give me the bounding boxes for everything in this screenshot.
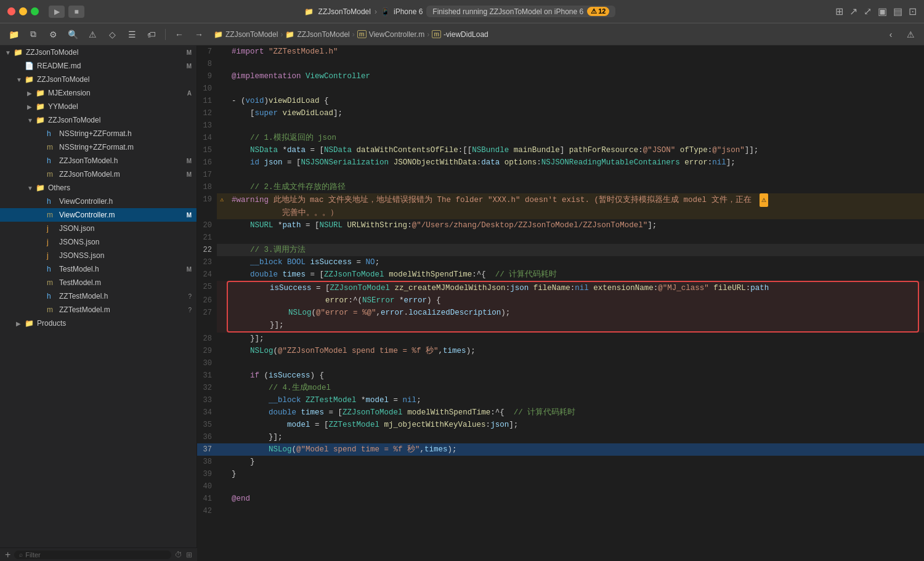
warning-badge[interactable]: ⚠12 (587, 7, 609, 16)
breadcrumb-file: ViewController.m (369, 30, 424, 39)
run-button[interactable]: ▶ (49, 6, 65, 18)
title-bar: ▶ ■ 📁 ZZJsonToModel › 📱 iPhone 6 Finishe… (0, 0, 924, 23)
code-line-27: 27 NSLog(@"error = %@",error.localizedDe… (197, 307, 924, 319)
sidebar-item-products[interactable]: ▶ 📁 Products (0, 317, 197, 330)
sidebar-item-vc-m[interactable]: ▶ m ViewController.m M (0, 208, 197, 222)
h-file-icon-2: h (47, 156, 57, 165)
json-file-icon-3: j (47, 251, 57, 260)
json-file-icon-1: j (47, 224, 57, 233)
jump-icon[interactable]: ⤢ (864, 6, 872, 17)
warn-button[interactable]: ⚠ (84, 27, 101, 42)
code-line-35: 35 model = [ZZTestModel mj_objectWithKey… (197, 419, 924, 431)
code-line-38: 38 } (197, 456, 924, 468)
bookmark-button[interactable]: ◇ (103, 27, 121, 42)
code-line-37: 37 NSLog(@"Model spend time = %f 秒",time… (197, 443, 924, 456)
code-line-41: 41 @end (197, 493, 924, 505)
mj-folder-icon: 📁 (36, 89, 46, 97)
m-file-icon-4: m (47, 278, 57, 287)
sidebar-label-zztestmodel-h: ZZTestModel.h (59, 292, 108, 301)
sidebar-item-vc-h[interactable]: ▶ h ViewController.h (0, 195, 197, 208)
code-line-34: 34 double times = [ZZJsonToModel modelWi… (197, 406, 924, 419)
filter-input-area[interactable]: ⌕ Filter (14, 551, 171, 559)
warning-gutter-icon: ⚠ (220, 194, 224, 206)
code-line-22: 22 // 3.调用方法 (197, 244, 924, 256)
code-line-12: 12 [super viewDidLoad]; (197, 107, 924, 119)
code-line-27b: }]; (197, 319, 924, 333)
code-line-15: 15 NSData *data = [NSData dataWithConten… (197, 144, 924, 156)
panel-icon[interactable]: ⊞ (835, 6, 843, 17)
m-file-icon-5: m (47, 305, 57, 314)
title-bar-right: ⊞ ↗ ⤢ ▣ ▤ ⊡ (835, 6, 917, 17)
sidebar-item-mjextension[interactable]: ▶ 📁 MJExtension A (0, 86, 197, 100)
others-folder-icon: 📁 (36, 184, 46, 192)
code-editor[interactable]: 7 #import "ZZTestModel.h" 8 9 @implement… (197, 46, 924, 561)
h-file-icon-4: h (47, 265, 57, 273)
folder-icon: 📁 (25, 75, 34, 84)
minimize-button[interactable] (19, 7, 27, 15)
view-icon[interactable]: ▣ (878, 6, 887, 17)
sidebar-item-others[interactable]: ▼ 📁 Others (0, 181, 197, 195)
title-bar-center: 📁 ZZJsonToModel › 📱 iPhone 6 Finished ru… (89, 6, 830, 17)
sidebar-item-nsstring-h[interactable]: ▶ h NSString+ZZFormat.h (0, 127, 197, 140)
m-file-icon-3: m (47, 211, 57, 219)
sidebar-clock-icon[interactable]: ⏱ (175, 551, 182, 559)
h-file-icon-1: h (47, 129, 57, 138)
code-line-26: 26 error:^(NSError *error) { (197, 294, 924, 307)
sidebar-item-testmodel-h[interactable]: ▶ h TestModel.h M (0, 262, 197, 276)
back-button[interactable]: ← (171, 27, 188, 42)
sidebar-item-nsstring-m[interactable]: ▶ m NSString+ZZFormat.m (0, 140, 197, 154)
code-line-16: 16 id json = [NSJSONSerialization JSONOb… (197, 156, 924, 169)
sidebar-item-zzjson-sub[interactable]: ▼ 📁 ZZJsonToModel (0, 113, 197, 127)
sidebar-item-jsons[interactable]: ▶ j JSONS.json (0, 235, 197, 249)
sidebar-item-yymodel[interactable]: ▶ 📁 YYModel (0, 100, 197, 113)
code-line-10: 10 (197, 83, 924, 95)
split-icon[interactable]: ▤ (893, 6, 902, 17)
sidebar-bottom: + ⌕ Filter ⏱ ⊞ (0, 547, 197, 561)
sidebar-label-mjextension: MJExtension (48, 89, 91, 97)
code-line-42: 42 (197, 505, 924, 517)
forward-button[interactable]: → (190, 27, 208, 42)
sidebar-item-zzjson-h[interactable]: ▶ h ZZJsonToModel.h M (0, 154, 197, 167)
sidebar-label-jsons: JSONS.json (59, 238, 99, 246)
sidebar-grid-icon[interactable]: ⊞ (186, 551, 192, 559)
sidebar-item-jsonss[interactable]: ▶ j JSONSS.json (0, 249, 197, 262)
close-button[interactable] (7, 7, 15, 15)
maximize-button[interactable] (31, 7, 39, 15)
products-folder-icon: 📁 (25, 319, 34, 328)
sidebar-item-zzjson-m[interactable]: ▶ m ZZJsonToModel.m M (0, 167, 197, 181)
expand-icon[interactable]: ⊡ (909, 6, 917, 17)
m-file-icon-2: m (47, 170, 57, 179)
folder-button[interactable]: 📁 (5, 27, 22, 42)
list-button[interactable]: ☰ (123, 27, 140, 42)
stop-button[interactable]: ■ (68, 6, 84, 18)
code-line-13: 13 (197, 119, 924, 132)
code-line-20: 20 NSURL *path = [NSURL URLWithString:@"… (197, 219, 924, 232)
code-line-11: 11 - (void)viewDidLoad { (197, 95, 924, 107)
code-line-17: 17 (197, 169, 924, 181)
sidebar-item-json[interactable]: ▶ j JSON.json (0, 222, 197, 235)
sidebar-label-zzjson-m: ZZJsonToModel.m (59, 170, 120, 179)
nav-icon[interactable]: ↗ (849, 6, 857, 17)
search-button[interactable]: 🔍 (64, 27, 81, 42)
code-line-18: 18 // 2.生成文件存放的路径 (197, 181, 924, 193)
arrow-zzjsonsub: ▼ (27, 117, 36, 124)
sidebar-item-zztestmodel-h[interactable]: ▶ h ZZTestModel.h ? (0, 289, 197, 303)
sidebar-label-vc-h: ViewController.h (59, 197, 113, 206)
sidebar-item-testmodel-m[interactable]: ▶ m TestModel.m (0, 276, 197, 289)
h-file-icon-3: h (47, 197, 57, 206)
add-button[interactable]: + (5, 549, 10, 560)
tag-button[interactable]: 🏷 (143, 27, 160, 42)
badge-root: M (187, 49, 192, 56)
settings-button[interactable]: ⚙ (44, 27, 62, 42)
sidebar-item-root[interactable]: ▼ 📁 ZZJsonToModel M (0, 46, 197, 59)
breadcrumb-next[interactable]: ⚠ (902, 27, 919, 42)
h-file-icon-5: h (47, 292, 57, 301)
copy-button[interactable]: ⧉ (25, 27, 42, 42)
arrow-mj: ▶ (27, 90, 36, 97)
sidebar-label-jsonss: JSONSS.json (59, 251, 104, 260)
code-line-30: 30 (197, 357, 924, 369)
sidebar-item-zzjson-folder[interactable]: ▼ 📁 ZZJsonToModel (0, 73, 197, 86)
breadcrumb-prev[interactable]: ‹ (882, 27, 899, 42)
sidebar-item-zztestmodel-m[interactable]: ▶ m ZZTestModel.m ? (0, 303, 197, 317)
sidebar-item-readme[interactable]: ▶ 📄 README.md M (0, 59, 197, 73)
